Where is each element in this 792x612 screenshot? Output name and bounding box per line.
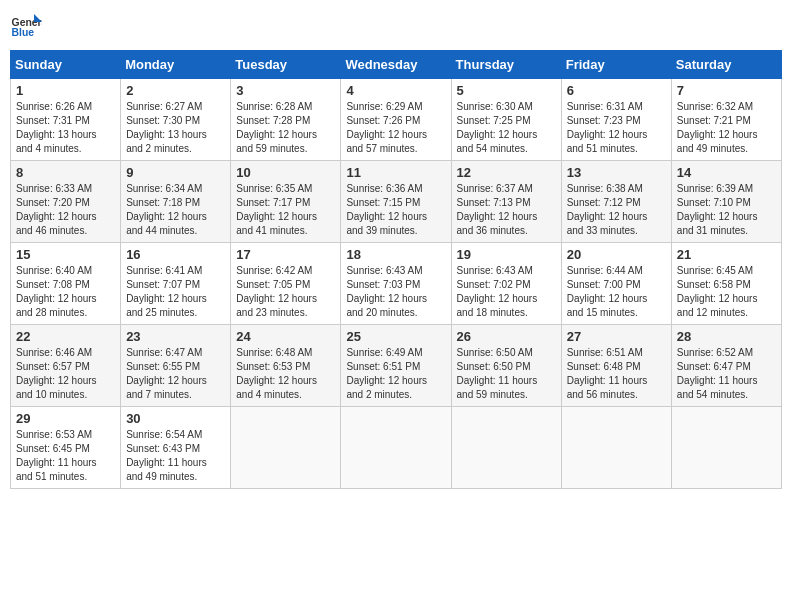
calendar-cell: 19Sunrise: 6:43 AMSunset: 7:02 PMDayligh… — [451, 243, 561, 325]
calendar-cell: 16Sunrise: 6:41 AMSunset: 7:07 PMDayligh… — [121, 243, 231, 325]
calendar-cell: 25Sunrise: 6:49 AMSunset: 6:51 PMDayligh… — [341, 325, 451, 407]
calendar-cell: 9Sunrise: 6:34 AMSunset: 7:18 PMDaylight… — [121, 161, 231, 243]
day-number: 12 — [457, 165, 556, 180]
day-info: Sunrise: 6:26 AMSunset: 7:31 PMDaylight:… — [16, 100, 115, 156]
week-row: 22Sunrise: 6:46 AMSunset: 6:57 PMDayligh… — [11, 325, 782, 407]
week-row: 1Sunrise: 6:26 AMSunset: 7:31 PMDaylight… — [11, 79, 782, 161]
calendar-cell: 27Sunrise: 6:51 AMSunset: 6:48 PMDayligh… — [561, 325, 671, 407]
calendar-cell — [671, 407, 781, 489]
day-number: 3 — [236, 83, 335, 98]
day-info: Sunrise: 6:31 AMSunset: 7:23 PMDaylight:… — [567, 100, 666, 156]
day-info: Sunrise: 6:47 AMSunset: 6:55 PMDaylight:… — [126, 346, 225, 402]
day-info: Sunrise: 6:36 AMSunset: 7:15 PMDaylight:… — [346, 182, 445, 238]
calendar-cell: 2Sunrise: 6:27 AMSunset: 7:30 PMDaylight… — [121, 79, 231, 161]
header-row: SundayMondayTuesdayWednesdayThursdayFrid… — [11, 51, 782, 79]
calendar-cell: 15Sunrise: 6:40 AMSunset: 7:08 PMDayligh… — [11, 243, 121, 325]
calendar-cell: 12Sunrise: 6:37 AMSunset: 7:13 PMDayligh… — [451, 161, 561, 243]
day-info: Sunrise: 6:54 AMSunset: 6:43 PMDaylight:… — [126, 428, 225, 484]
header-cell-thursday: Thursday — [451, 51, 561, 79]
day-number: 23 — [126, 329, 225, 344]
logo-icon: General Blue — [10, 10, 42, 42]
day-info: Sunrise: 6:27 AMSunset: 7:30 PMDaylight:… — [126, 100, 225, 156]
calendar-cell: 26Sunrise: 6:50 AMSunset: 6:50 PMDayligh… — [451, 325, 561, 407]
week-row: 29Sunrise: 6:53 AMSunset: 6:45 PMDayligh… — [11, 407, 782, 489]
day-info: Sunrise: 6:51 AMSunset: 6:48 PMDaylight:… — [567, 346, 666, 402]
calendar-cell: 28Sunrise: 6:52 AMSunset: 6:47 PMDayligh… — [671, 325, 781, 407]
calendar-header: SundayMondayTuesdayWednesdayThursdayFrid… — [11, 51, 782, 79]
day-number: 30 — [126, 411, 225, 426]
week-row: 8Sunrise: 6:33 AMSunset: 7:20 PMDaylight… — [11, 161, 782, 243]
day-info: Sunrise: 6:40 AMSunset: 7:08 PMDaylight:… — [16, 264, 115, 320]
day-info: Sunrise: 6:42 AMSunset: 7:05 PMDaylight:… — [236, 264, 335, 320]
calendar-cell: 29Sunrise: 6:53 AMSunset: 6:45 PMDayligh… — [11, 407, 121, 489]
day-info: Sunrise: 6:28 AMSunset: 7:28 PMDaylight:… — [236, 100, 335, 156]
day-info: Sunrise: 6:44 AMSunset: 7:00 PMDaylight:… — [567, 264, 666, 320]
day-number: 19 — [457, 247, 556, 262]
day-info: Sunrise: 6:34 AMSunset: 7:18 PMDaylight:… — [126, 182, 225, 238]
day-info: Sunrise: 6:48 AMSunset: 6:53 PMDaylight:… — [236, 346, 335, 402]
day-info: Sunrise: 6:53 AMSunset: 6:45 PMDaylight:… — [16, 428, 115, 484]
header-cell-sunday: Sunday — [11, 51, 121, 79]
calendar-cell: 1Sunrise: 6:26 AMSunset: 7:31 PMDaylight… — [11, 79, 121, 161]
day-number: 13 — [567, 165, 666, 180]
page-header: General Blue — [10, 10, 782, 42]
day-number: 21 — [677, 247, 776, 262]
calendar-cell: 8Sunrise: 6:33 AMSunset: 7:20 PMDaylight… — [11, 161, 121, 243]
calendar-cell: 6Sunrise: 6:31 AMSunset: 7:23 PMDaylight… — [561, 79, 671, 161]
calendar-cell: 18Sunrise: 6:43 AMSunset: 7:03 PMDayligh… — [341, 243, 451, 325]
day-number: 24 — [236, 329, 335, 344]
calendar-cell: 4Sunrise: 6:29 AMSunset: 7:26 PMDaylight… — [341, 79, 451, 161]
day-info: Sunrise: 6:33 AMSunset: 7:20 PMDaylight:… — [16, 182, 115, 238]
day-number: 15 — [16, 247, 115, 262]
calendar-body: 1Sunrise: 6:26 AMSunset: 7:31 PMDaylight… — [11, 79, 782, 489]
calendar-cell: 13Sunrise: 6:38 AMSunset: 7:12 PMDayligh… — [561, 161, 671, 243]
header-cell-monday: Monday — [121, 51, 231, 79]
day-number: 4 — [346, 83, 445, 98]
day-info: Sunrise: 6:52 AMSunset: 6:47 PMDaylight:… — [677, 346, 776, 402]
day-info: Sunrise: 6:49 AMSunset: 6:51 PMDaylight:… — [346, 346, 445, 402]
calendar-cell: 10Sunrise: 6:35 AMSunset: 7:17 PMDayligh… — [231, 161, 341, 243]
header-cell-friday: Friday — [561, 51, 671, 79]
day-info: Sunrise: 6:50 AMSunset: 6:50 PMDaylight:… — [457, 346, 556, 402]
header-cell-tuesday: Tuesday — [231, 51, 341, 79]
day-info: Sunrise: 6:45 AMSunset: 6:58 PMDaylight:… — [677, 264, 776, 320]
day-info: Sunrise: 6:30 AMSunset: 7:25 PMDaylight:… — [457, 100, 556, 156]
day-number: 26 — [457, 329, 556, 344]
day-number: 17 — [236, 247, 335, 262]
week-row: 15Sunrise: 6:40 AMSunset: 7:08 PMDayligh… — [11, 243, 782, 325]
day-number: 5 — [457, 83, 556, 98]
calendar-cell: 3Sunrise: 6:28 AMSunset: 7:28 PMDaylight… — [231, 79, 341, 161]
header-cell-saturday: Saturday — [671, 51, 781, 79]
calendar-cell — [341, 407, 451, 489]
day-number: 28 — [677, 329, 776, 344]
calendar-cell — [231, 407, 341, 489]
calendar-cell: 5Sunrise: 6:30 AMSunset: 7:25 PMDaylight… — [451, 79, 561, 161]
day-number: 6 — [567, 83, 666, 98]
header-cell-wednesday: Wednesday — [341, 51, 451, 79]
calendar-table: SundayMondayTuesdayWednesdayThursdayFrid… — [10, 50, 782, 489]
day-info: Sunrise: 6:38 AMSunset: 7:12 PMDaylight:… — [567, 182, 666, 238]
day-number: 8 — [16, 165, 115, 180]
day-number: 11 — [346, 165, 445, 180]
calendar-cell — [561, 407, 671, 489]
calendar-cell: 21Sunrise: 6:45 AMSunset: 6:58 PMDayligh… — [671, 243, 781, 325]
day-number: 14 — [677, 165, 776, 180]
svg-text:Blue: Blue — [12, 27, 35, 38]
calendar-cell: 17Sunrise: 6:42 AMSunset: 7:05 PMDayligh… — [231, 243, 341, 325]
logo: General Blue — [10, 10, 42, 42]
day-number: 2 — [126, 83, 225, 98]
day-number: 20 — [567, 247, 666, 262]
calendar-cell: 11Sunrise: 6:36 AMSunset: 7:15 PMDayligh… — [341, 161, 451, 243]
day-number: 25 — [346, 329, 445, 344]
calendar-cell: 22Sunrise: 6:46 AMSunset: 6:57 PMDayligh… — [11, 325, 121, 407]
day-number: 18 — [346, 247, 445, 262]
calendar-cell — [451, 407, 561, 489]
day-number: 9 — [126, 165, 225, 180]
calendar-cell: 30Sunrise: 6:54 AMSunset: 6:43 PMDayligh… — [121, 407, 231, 489]
day-info: Sunrise: 6:29 AMSunset: 7:26 PMDaylight:… — [346, 100, 445, 156]
day-number: 22 — [16, 329, 115, 344]
day-number: 7 — [677, 83, 776, 98]
day-info: Sunrise: 6:43 AMSunset: 7:03 PMDaylight:… — [346, 264, 445, 320]
calendar-cell: 24Sunrise: 6:48 AMSunset: 6:53 PMDayligh… — [231, 325, 341, 407]
day-info: Sunrise: 6:35 AMSunset: 7:17 PMDaylight:… — [236, 182, 335, 238]
